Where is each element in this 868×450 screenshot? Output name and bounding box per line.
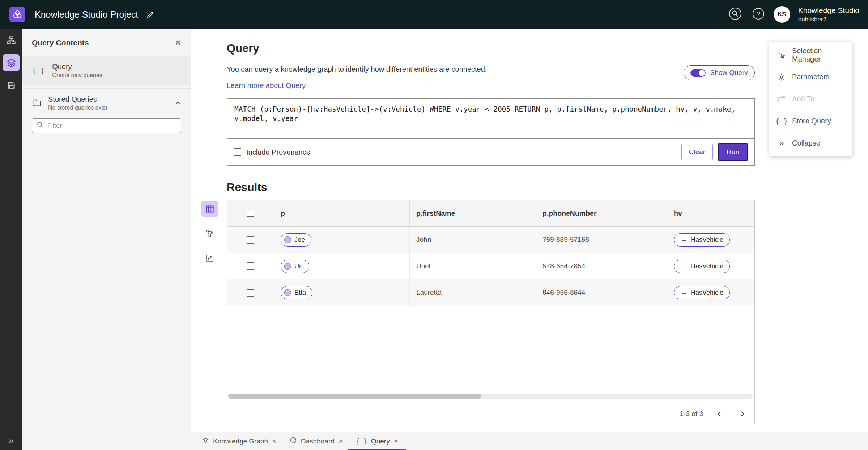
table-row[interactable]: Uri Uriel 578-654-7854 → HasVehicle <box>227 253 754 279</box>
project-title: Knowledge Studio Project <box>35 9 138 20</box>
arrow-right-icon: → <box>680 262 687 270</box>
dashboard-icon <box>290 437 297 446</box>
edit-title-icon[interactable] <box>146 10 155 19</box>
node-icon <box>284 236 291 243</box>
menu-item-label: Add To <box>792 95 814 103</box>
run-button[interactable]: Run <box>718 143 748 161</box>
folder-icon <box>32 98 42 109</box>
chevron-left-icon[interactable] <box>714 408 726 420</box>
edge-label: HasVehicle <box>691 236 723 244</box>
close-icon[interactable]: ✕ <box>272 438 277 445</box>
show-query-toggle[interactable]: Show Query <box>684 65 755 80</box>
selection-manager-icon <box>777 51 786 59</box>
rail-item-layers[interactable] <box>0 51 22 74</box>
layers-icon <box>3 54 20 71</box>
node-pill[interactable]: Uri <box>281 260 309 273</box>
bottom-tab-bar: Knowledge Graph ✕ Dashboard ✕ { } Query … <box>191 432 868 450</box>
menu-item-label: Selection Manager <box>792 47 844 63</box>
tab-dashboard[interactable]: Dashboard ✕ <box>283 432 350 450</box>
table-view-button[interactable] <box>201 201 218 217</box>
collapse-icon: » <box>777 139 786 148</box>
table-row[interactable]: Joe John 759-889-57168 → HasVehicle <box>227 227 754 253</box>
panel-header: Query Contents ✕ <box>22 29 191 56</box>
query-description: You can query a knowledge graph to ident… <box>227 65 487 73</box>
close-icon[interactable]: ✕ <box>394 438 399 445</box>
edge-pill[interactable]: → HasVehicle <box>674 233 730 247</box>
clear-button[interactable]: Clear <box>681 144 713 160</box>
stored-queries-header[interactable]: Stored Queries No stored queries exist <box>22 89 191 118</box>
tab-query[interactable]: { } Query ✕ <box>349 432 405 450</box>
menu-item-add-to: Add To <box>769 88 852 110</box>
table-header-row: p p.firstName p.phoneNumber hv <box>227 200 754 227</box>
gear-icon <box>777 73 786 81</box>
row-checkbox[interactable] <box>247 289 254 297</box>
close-icon[interactable]: ✕ <box>175 38 181 47</box>
filter-input[interactable] <box>47 122 176 130</box>
expand-rail-icon[interactable]: » <box>0 435 22 446</box>
chevron-right-icon[interactable] <box>736 408 748 420</box>
results-view-toolbar <box>201 201 219 266</box>
add-to-icon <box>777 95 786 104</box>
query-item-sublabel: Create new queries <box>52 72 102 79</box>
query-textarea[interactable]: MATCH (p:Person)-[hv:HasVehicle]->(v:Veh… <box>227 99 754 139</box>
scrollbar-thumb[interactable] <box>228 394 481 399</box>
help-icon[interactable]: ? <box>751 7 766 22</box>
chevron-up-icon[interactable] <box>175 100 181 106</box>
avatar[interactable]: KS <box>774 6 790 23</box>
left-icon-rail: » <box>0 29 22 450</box>
topbar-actions: ? KS Knowledge Studio publisher2 <box>727 6 868 23</box>
table-row[interactable]: Etta Lauretta 846-956-8644 → HasVehicle <box>227 279 754 306</box>
menu-item-parameters[interactable]: Parameters <box>769 66 852 88</box>
app-logo-icon[interactable] <box>9 7 25 22</box>
query-contents-panel: Query Contents ✕ { } Query Create new qu… <box>22 29 191 450</box>
include-provenance-checkbox[interactable] <box>234 148 241 156</box>
sidebar-item-query[interactable]: { } Query Create new queries <box>22 56 191 85</box>
row-checkbox[interactable] <box>247 236 254 244</box>
menu-item-label: Store Query <box>792 117 831 125</box>
tab-knowledge-graph[interactable]: Knowledge Graph ✕ <box>195 432 283 450</box>
edge-pill[interactable]: → HasVehicle <box>674 286 730 299</box>
cell-firstname: Uriel <box>410 253 536 279</box>
column-header-hv[interactable]: hv <box>667 200 754 226</box>
stored-queries-label: Stored Queries <box>48 95 107 104</box>
include-provenance-label: Include Provenance <box>246 148 310 156</box>
rail-item-schema[interactable] <box>0 29 22 51</box>
results-table: p p.firstName p.phoneNumber hv Joe John … <box>227 200 755 424</box>
main-area: Query You can query a knowledge graph to… <box>191 29 868 432</box>
close-icon[interactable]: ✕ <box>339 438 343 445</box>
user-role: publisher2 <box>798 16 859 23</box>
column-header-firstname[interactable]: p.firstName <box>410 200 536 226</box>
filter-field <box>32 118 181 133</box>
svg-text:?: ? <box>757 10 760 18</box>
cell-phonenumber: 846-956-8644 <box>536 279 667 306</box>
user-info[interactable]: Knowledge Studio publisher2 <box>798 6 859 23</box>
edge-pill[interactable]: → HasVehicle <box>674 260 730 273</box>
menu-item-label: Collapse <box>792 139 820 147</box>
learn-more-link[interactable]: Learn more about Query <box>227 81 306 90</box>
cell-phonenumber: 578-654-7854 <box>536 253 667 279</box>
horizontal-scrollbar[interactable] <box>228 394 753 399</box>
graph-view-button[interactable] <box>201 225 218 242</box>
search-icon[interactable] <box>727 6 743 23</box>
node-pill[interactable]: Joe <box>281 233 311 247</box>
chart-view-button[interactable] <box>201 250 218 266</box>
arrow-right-icon: → <box>680 289 687 297</box>
query-item-label: Query <box>52 63 102 71</box>
save-icon <box>7 81 16 90</box>
column-header-phonenumber[interactable]: p.phoneNumber <box>536 200 667 226</box>
menu-item-collapse[interactable]: » Collapse <box>769 132 852 154</box>
pagination-label: 1-3 of 3 <box>680 410 703 418</box>
tab-label: Query <box>371 437 390 445</box>
menu-item-selection-manager[interactable]: Selection Manager <box>769 44 852 66</box>
menu-item-label: Parameters <box>792 73 829 81</box>
results-title: Results <box>227 181 755 194</box>
node-pill[interactable]: Etta <box>281 286 312 299</box>
rail-item-save[interactable] <box>0 74 22 96</box>
menu-item-store-query[interactable]: { } Store Query <box>769 110 852 132</box>
node-label: Joe <box>294 236 305 244</box>
select-all-checkbox[interactable] <box>247 210 254 217</box>
toggle-switch-icon <box>690 69 706 77</box>
row-checkbox[interactable] <box>247 262 254 270</box>
column-header-p[interactable]: p <box>274 200 410 226</box>
pagination: 1-3 of 3 <box>680 408 748 420</box>
